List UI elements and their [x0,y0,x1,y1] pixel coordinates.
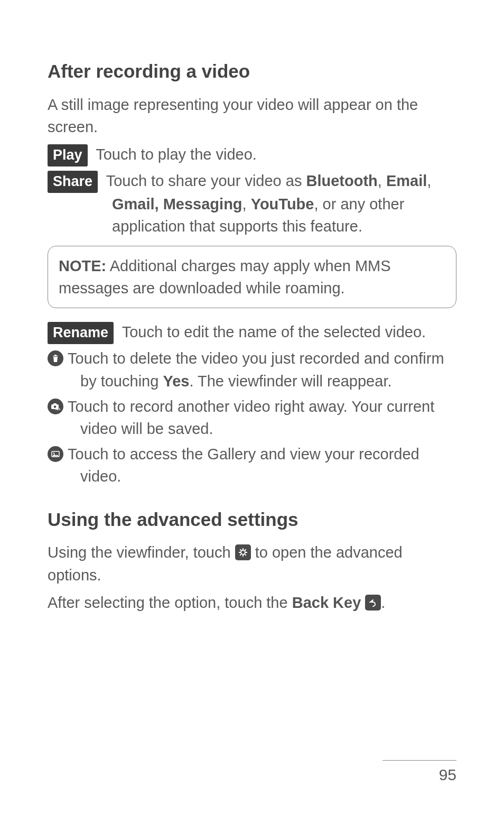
svg-line-14 [240,554,241,556]
newrec-text: Touch to record another video right away… [68,398,434,437]
advanced-line2: After selecting the option, touch the Ba… [48,591,456,614]
heading-advanced-settings: Using the advanced settings [48,506,456,533]
share-text: Touch to share your video as Bluetooth, … [106,172,432,235]
intro-paragraph: A still image representing your video wi… [48,94,456,138]
play-text: Touch to play the video. [96,146,257,163]
svg-line-11 [240,550,241,551]
svg-point-5 [53,452,55,454]
advanced-line1: Using the viewfinder, touch to open the … [48,541,456,586]
gallery-icon [48,446,63,462]
gear-icon [235,544,251,560]
note-label: NOTE: [59,257,106,274]
rename-text: Touch to edit the name of the selected v… [122,323,426,340]
svg-text:NEW: NEW [55,407,60,410]
play-row: Play Touch to play the video. [48,143,456,167]
gallery-row: Touch to access the Gallery and view you… [48,443,456,487]
back-key-icon [365,595,381,611]
note-text: Additional charges may apply when MMS me… [59,257,391,297]
rename-row: Rename Touch to edit the name of the sel… [48,321,456,344]
play-badge: Play [48,144,88,167]
page-number: 95 [439,763,456,787]
gallery-text: Touch to access the Gallery and view you… [68,446,419,485]
share-row: Share Touch to share your video as Bluet… [48,170,456,237]
note-box: NOTE: Additional charges may apply when … [48,246,456,308]
footer-rule [382,760,456,761]
camera-new-icon: NEW [48,399,63,414]
svg-rect-1 [53,403,57,405]
rename-badge: Rename [48,322,114,344]
newrec-row: NEW Touch to record another video right … [48,395,456,440]
svg-point-6 [241,550,245,554]
heading-after-recording: After recording a video [48,58,456,85]
trash-row: Touch to delete the video you just recor… [48,347,456,392]
trash-icon [48,350,63,366]
trash-text: Touch to delete the video you just recor… [68,350,444,389]
svg-line-13 [245,550,246,551]
svg-line-12 [245,554,246,556]
share-badge: Share [48,171,98,193]
